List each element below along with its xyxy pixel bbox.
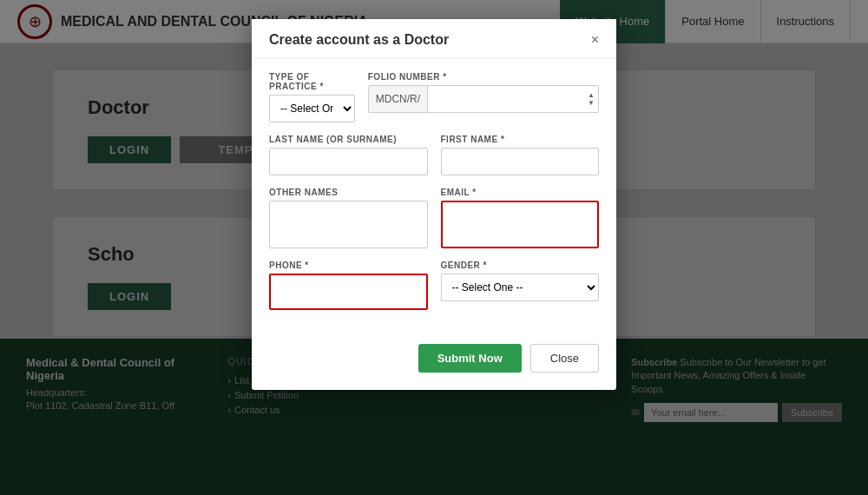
- folio-spinner[interactable]: ▲▼: [584, 91, 598, 107]
- first-name-label: FIRST NAME *: [441, 135, 600, 144]
- form-group-other-names: OTHER NAMES: [269, 188, 428, 248]
- create-account-modal: Create account as a Doctor × TYPE OF PRA…: [252, 19, 616, 390]
- form-group-email: EMAIL *: [441, 188, 600, 248]
- modal-close-button[interactable]: ×: [591, 33, 599, 47]
- form-group-type-of-practice: TYPE OF PRACTICE * -- Select One --: [269, 72, 355, 122]
- form-group-gender: GENDER * -- Select One --: [441, 261, 600, 310]
- phone-label: PHONE *: [269, 261, 428, 270]
- gender-label: GENDER *: [441, 261, 600, 270]
- form-group-folio-number: FOLIO NUMBER * MDCN/R/ ▲▼: [368, 72, 599, 122]
- type-of-practice-label: TYPE OF PRACTICE *: [269, 72, 355, 91]
- last-name-input[interactable]: [269, 148, 428, 175]
- form-row-1: TYPE OF PRACTICE * -- Select One -- FOLI…: [269, 72, 599, 122]
- form-group-last-name: LAST NAME (OR SURNAME): [269, 135, 428, 175]
- folio-number-input[interactable]: [428, 86, 584, 112]
- submit-button[interactable]: Submit Now: [418, 344, 522, 373]
- folio-number-label: FOLIO NUMBER *: [368, 72, 599, 82]
- folio-input-wrap: MDCN/R/ ▲▼: [368, 85, 599, 113]
- phone-input[interactable]: [269, 274, 428, 310]
- modal-title: Create account as a Doctor: [269, 32, 449, 48]
- modal-header: Create account as a Doctor ×: [252, 19, 616, 59]
- other-names-input[interactable]: [269, 201, 428, 248]
- folio-prefix: MDCN/R/: [369, 86, 428, 112]
- form-row-4: PHONE * GENDER * -- Select One --: [269, 261, 599, 310]
- modal-footer: Submit Now Close: [252, 335, 616, 373]
- other-names-label: OTHER NAMES: [269, 188, 428, 197]
- form-group-first-name: FIRST NAME *: [441, 135, 600, 175]
- form-group-phone: PHONE *: [269, 261, 428, 310]
- email-label: EMAIL *: [441, 188, 600, 197]
- first-name-input[interactable]: [441, 148, 600, 175]
- gender-select[interactable]: -- Select One --: [441, 274, 600, 301]
- form-row-3: OTHER NAMES EMAIL *: [269, 188, 599, 248]
- email-input[interactable]: [441, 201, 600, 248]
- modal-body: TYPE OF PRACTICE * -- Select One -- FOLI…: [252, 59, 616, 335]
- form-row-2: LAST NAME (OR SURNAME) FIRST NAME *: [269, 135, 599, 175]
- type-of-practice-select[interactable]: -- Select One --: [269, 95, 355, 122]
- last-name-label: LAST NAME (OR SURNAME): [269, 135, 428, 144]
- close-button[interactable]: Close: [530, 344, 599, 373]
